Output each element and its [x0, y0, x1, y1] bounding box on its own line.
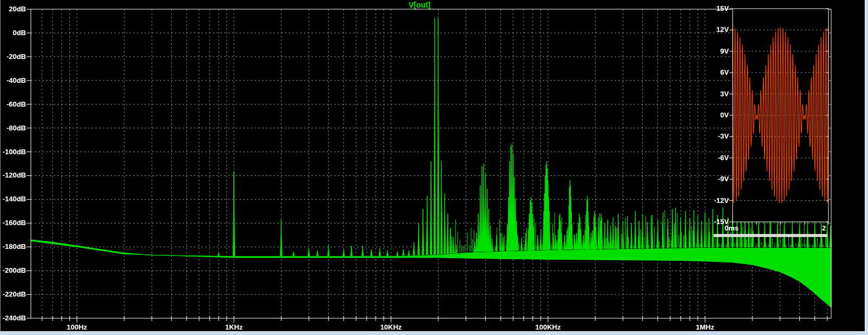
inset-y-axis-tick-label: -6V [707, 154, 729, 162]
y-axis-tick-label: -80dB [1, 124, 26, 132]
y-axis-tick-label: -180dB [1, 243, 26, 251]
x-axis-tick-label: 10KHz [380, 324, 402, 331]
inset-y-axis-tick-label: -12V [707, 197, 729, 205]
inset-y-axis-tick-label: 0V [707, 111, 729, 119]
inset-y-axis-tick-label: 12V [707, 26, 729, 34]
y-axis-tick-label: 0dB [1, 29, 26, 37]
inset-y-axis-tick-label: 15V [707, 5, 729, 12]
inset-x-axis-start-label: 0ms [725, 225, 739, 232]
y-axis-tick-label: -40dB [1, 77, 26, 84]
ltspice-waveform-window: V[out] 20dB0dB-20dB-40dB-60dB-80dB-100dB… [0, 0, 868, 335]
y-axis-tick-label: -100dB [1, 148, 26, 156]
inset-x-axis-end-label: 2 [822, 225, 826, 232]
inset-y-axis-tick-label: 3V [707, 90, 729, 98]
y-axis-tick-label: -160dB [1, 219, 26, 227]
y-axis-tick-label: -220dB [1, 291, 26, 298]
y-axis-tick-label: -200dB [1, 267, 26, 274]
y-axis-tick-label: -140dB [1, 195, 26, 203]
y-axis-tick-label: -60dB [1, 101, 26, 108]
y-axis-tick-label: -120dB [1, 172, 26, 179]
window-left-border [0, 0, 1, 331]
inset-y-axis-tick-label: -3V [707, 133, 729, 140]
window-right-edge [865, 0, 868, 331]
y-axis-tick-label: 20dB [1, 5, 26, 13]
inset-y-axis-tick-label: 6V [707, 69, 729, 76]
x-axis-tick-label: 1MHz [696, 324, 714, 331]
x-axis-tick-label: 1KHz [225, 324, 243, 331]
x-axis-tick-label: 100KHz [536, 324, 561, 331]
inset-y-axis-tick-label: -9V [707, 175, 729, 183]
x-axis-tick-label: 100Hz [67, 324, 87, 331]
y-axis-tick-label: -240dB [1, 314, 26, 322]
inset-y-axis-tick-label: 9V [707, 48, 729, 55]
y-axis-tick-label: -20dB [1, 53, 26, 61]
window-bottom-edge [0, 331, 868, 335]
